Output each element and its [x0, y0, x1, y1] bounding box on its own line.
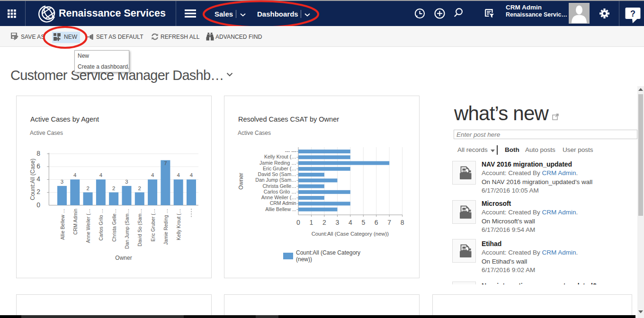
svg-text:0: 0 — [36, 201, 40, 209]
svg-text:2: 2 — [86, 186, 89, 191]
svg-text:1: 1 — [310, 219, 313, 226]
svg-text:2: 2 — [322, 219, 326, 226]
svg-text:4: 4 — [177, 172, 180, 178]
svg-text:David So (Sam…: David So (Sam… — [258, 171, 296, 177]
svg-text:Eric Gruber (…: Eric Gruber (… — [151, 209, 156, 241]
svg-text:8: 8 — [36, 150, 40, 157]
svg-text:3: 3 — [125, 179, 128, 185]
svg-text:7: 7 — [387, 219, 391, 226]
svg-text:(new)): (new)) — [296, 256, 312, 263]
svg-text:Kelly Krout (…: Kelly Krout (… — [176, 209, 181, 240]
svg-text:4: 4 — [190, 172, 193, 178]
svg-text:Anne Weiler (…: Anne Weiler (… — [86, 209, 91, 243]
svg-text:Count:All (Case Category (new): Count:All (Case Category (new)) — [312, 231, 389, 237]
svg-text:Carlos Grilo …: Carlos Grilo … — [264, 189, 296, 194]
svg-text:4: 4 — [151, 172, 154, 178]
svg-text:4: 4 — [99, 172, 103, 178]
svg-text:Resolved Cases CSAT by Owner: Resolved Cases CSAT by Owner — [238, 115, 339, 123]
svg-text:7: 7 — [164, 160, 167, 166]
svg-text:?: ? — [630, 9, 635, 18]
svg-text:2: 2 — [138, 186, 141, 191]
svg-text:Allie Bellew ...: Allie Bellew ... — [265, 206, 296, 212]
svg-text:Christa Gelle…: Christa Gelle… — [112, 209, 117, 242]
svg-text:Carlos Grilo …: Carlos Grilo … — [98, 209, 104, 241]
svg-text:3: 3 — [336, 219, 340, 226]
svg-text:Active Cases: Active Cases — [30, 130, 63, 136]
svg-text:--- ---: --- --- — [285, 148, 296, 154]
svg-text:6: 6 — [375, 219, 378, 226]
svg-text:Active Cases by Agent: Active Cases by Agent — [30, 115, 99, 123]
svg-text:Allie Bellew …: Allie Bellew … — [60, 209, 65, 240]
svg-text:Count:All (Case Category: Count:All (Case Category — [296, 249, 360, 256]
svg-text:2: 2 — [112, 186, 115, 191]
svg-text:5: 5 — [361, 219, 365, 226]
svg-text:4: 4 — [73, 172, 77, 178]
svg-text:Owner: Owner — [238, 173, 244, 189]
svg-text:Dan Jump (Sam…: Dan Jump (Sam… — [125, 209, 130, 249]
svg-text:Owner: Owner — [115, 255, 132, 261]
svg-text:Jamie Reding …: Jamie Reding … — [163, 209, 169, 245]
svg-text:Kelly Krout (…: Kelly Krout (… — [264, 154, 296, 159]
svg-text:Dan Jump (Sam…: Dan Jump (Sam… — [255, 177, 296, 183]
svg-text:David So (Sam…: David So (Sam… — [137, 209, 143, 247]
svg-text:Count:All (Case): Count:All (Case) — [29, 159, 36, 200]
svg-text:CRM Admin: CRM Admin — [73, 209, 78, 235]
svg-text:3: 3 — [61, 179, 63, 185]
svg-text:CRM Admin: CRM Admin — [270, 200, 296, 206]
svg-text:Jamie Reding …: Jamie Reding … — [259, 160, 296, 166]
svg-text:8: 8 — [401, 219, 404, 226]
svg-text:4: 4 — [36, 175, 40, 183]
svg-text:Eric Gruber (…: Eric Gruber (… — [263, 166, 296, 171]
svg-text:0: 0 — [296, 219, 300, 226]
svg-text:6: 6 — [36, 162, 40, 170]
svg-text:Christa Gelle…: Christa Gelle… — [262, 183, 296, 189]
svg-text:Anne Weiler (…: Anne Weiler (… — [261, 194, 296, 200]
svg-text:Active Cases: Active Cases — [238, 130, 271, 136]
svg-text:4: 4 — [349, 219, 352, 226]
svg-text:2: 2 — [36, 188, 40, 195]
